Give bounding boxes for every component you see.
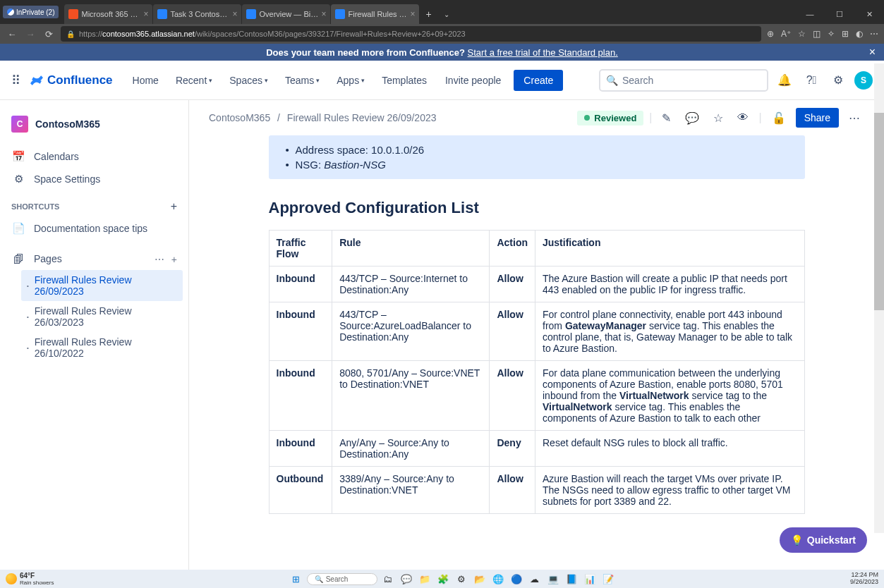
nav-apps[interactable]: Apps▾ <box>331 71 370 90</box>
tab-close-icon[interactable]: × <box>410 9 415 19</box>
table-row: Inbound8080, 5701/Any – Source:VNET to D… <box>269 361 804 431</box>
nav-recent[interactable]: Recent▾ <box>170 71 218 90</box>
page-status-badge[interactable]: Reviewed <box>577 111 643 125</box>
share-button[interactable]: Share <box>796 108 839 128</box>
pages-icon: 🗐 <box>11 253 25 265</box>
taskbar-app-icon[interactable]: 📂 <box>472 571 488 587</box>
profile-icon[interactable]: ◐ <box>856 29 863 39</box>
breadcrumb-space[interactable]: ContosoM365 <box>209 112 270 123</box>
page-header: ContosoM365 / Firewall Rules Review 26/0… <box>189 100 884 135</box>
taskbar-weather[interactable]: 64°FRain showers <box>6 572 54 586</box>
help-icon[interactable]: ?⃝ <box>801 74 822 87</box>
split-icon[interactable]: ◫ <box>813 29 821 39</box>
browser-refresh-icon[interactable]: ⟳ <box>42 29 55 39</box>
new-tab-button[interactable]: + <box>420 8 437 20</box>
search-input[interactable]: 🔍Search <box>599 69 768 92</box>
notifications-icon[interactable]: 🔔 <box>774 73 795 87</box>
sidebar-pages[interactable]: 🗐Pages ⋯+ <box>6 248 183 270</box>
taskbar-app-icon[interactable]: 📊 <box>582 571 598 587</box>
nav-teams[interactable]: Teams▾ <box>279 71 325 90</box>
taskbar-app-icon[interactable]: 🧩 <box>435 571 451 587</box>
browser-tab[interactable]: Task 3 Contoso M365 Firewall R× <box>153 4 241 24</box>
taskbar-search[interactable]: 🔍Search <box>307 573 377 585</box>
sidebar: C ContosoM365 📅Calendars ⚙Space Settings… <box>0 100 189 570</box>
table-header: Action <box>490 231 535 267</box>
scrollbar-track[interactable] <box>874 63 884 533</box>
taskbar-edge-icon[interactable]: 🌐 <box>490 571 506 587</box>
nav-home[interactable]: Home <box>127 71 164 90</box>
taskbar-app-icon[interactable]: 💬 <box>399 571 414 587</box>
breadcrumb-page[interactable]: Firewall Rules Review 26/09/2023 <box>287 112 437 123</box>
page-tree-item[interactable]: •Firewall Rules Review 26/10/2022 <box>21 332 183 363</box>
window-minimize-icon[interactable]: ― <box>795 4 825 24</box>
tab-close-icon[interactable]: × <box>232 9 237 19</box>
sidebar-shortcut-item[interactable]: 📄Documentation space tips <box>6 217 183 240</box>
taskbar-app-icon[interactable]: 📘 <box>564 571 579 587</box>
calendar-icon: 📅 <box>11 150 25 163</box>
tab-close-icon[interactable]: × <box>321 9 326 19</box>
confluence-logo-icon <box>29 73 44 88</box>
quickstart-button[interactable]: 💡Quickstart <box>780 527 867 553</box>
page-tree-item[interactable]: •Firewall Rules Review 26/03/2023 <box>21 301 183 332</box>
taskbar-app-icon[interactable]: 📝 <box>600 571 616 587</box>
browser-menu-icon[interactable]: ⋯ <box>870 29 878 39</box>
gear-icon: ⚙ <box>11 173 25 185</box>
page-more-icon[interactable]: ⋯ <box>844 111 864 125</box>
page-tree-item-active[interactable]: •Firewall Rules Review 26/09/2023 <box>21 270 183 301</box>
tab-close-icon[interactable]: × <box>143 9 148 19</box>
zoom-icon[interactable]: ⊕ <box>767 29 774 39</box>
scrollbar-thumb[interactable] <box>874 113 884 310</box>
breadcrumb: ContosoM365 / Firewall Rules Review 26/0… <box>209 112 437 123</box>
invite-people-button[interactable]: Invite people <box>438 71 508 90</box>
favorite-icon[interactable]: ☆ <box>798 29 806 39</box>
taskbar-app-icon[interactable]: 🔵 <box>509 571 524 587</box>
edit-icon[interactable]: ✎ <box>658 111 675 125</box>
inprivate-badge: InPrivate (2) <box>3 6 59 18</box>
browser-tab-strip: InPrivate (2) Microsoft 365 Certificatio… <box>0 0 884 24</box>
restrictions-icon[interactable]: 🔓 <box>768 111 790 125</box>
sidebar-calendars[interactable]: 📅Calendars <box>6 145 183 168</box>
confluence-header: ⠿ Confluence Home Recent▾ Spaces▾ Teams▾… <box>0 61 884 100</box>
star-icon[interactable]: ☆ <box>709 111 727 125</box>
config-table: Traffic Flow Rule Action Justification I… <box>269 230 805 514</box>
browser-tab[interactable]: Microsoft 365 Certification - Sec× <box>64 4 152 24</box>
url-input[interactable]: 🔒 https://contosom365.atlassian.net/wiki… <box>61 26 761 42</box>
taskbar-app-icon[interactable]: 🗂 <box>380 571 396 587</box>
taskbar-clock[interactable]: 12:24 PM 9/26/2023 <box>850 572 878 586</box>
add-shortcut-icon[interactable]: + <box>171 200 177 213</box>
browser-back-icon[interactable]: ← <box>6 29 18 39</box>
collections-icon[interactable]: ✧ <box>828 29 835 39</box>
banner-link[interactable]: Start a free trial of the Standard plan. <box>468 47 618 58</box>
watch-icon[interactable]: 👁 <box>733 111 753 124</box>
nav-templates[interactable]: Templates <box>376 71 432 90</box>
confluence-logo[interactable]: Confluence <box>29 73 113 88</box>
taskbar-app-icon[interactable]: 💻 <box>545 571 561 587</box>
search-icon: 🔍 <box>315 575 323 583</box>
create-button[interactable]: Create <box>514 70 563 91</box>
taskbar-app-icon[interactable]: ⚙ <box>454 571 469 587</box>
user-avatar[interactable]: S <box>854 71 873 90</box>
pages-add-icon[interactable]: + <box>171 254 177 265</box>
browser-tab[interactable]: Overview — Bitbucket× <box>242 4 330 24</box>
comment-icon[interactable]: 💬 <box>681 111 703 125</box>
taskbar-app-icon[interactable]: ☁ <box>527 571 543 587</box>
window-maximize-icon[interactable]: ☐ <box>825 4 854 24</box>
nav-spaces[interactable]: Spaces▾ <box>224 71 274 90</box>
space-icon: C <box>11 116 28 133</box>
start-icon[interactable]: ⊞ <box>289 571 304 587</box>
app-switcher-icon[interactable]: ⠿ <box>11 73 20 88</box>
weather-icon <box>6 573 17 584</box>
sidebar-space-settings[interactable]: ⚙Space Settings <box>6 168 183 190</box>
read-aloud-icon[interactable]: A⁺ <box>781 29 791 39</box>
browser-tab-active[interactable]: Firewall Rules Review 26/09/20× <box>331 4 419 24</box>
document-icon: 📄 <box>11 222 25 235</box>
tab-overflow-icon[interactable]: ⌄ <box>438 11 455 18</box>
taskbar-app-icon[interactable]: 📁 <box>417 571 432 587</box>
settings-icon[interactable]: ⚙ <box>828 73 849 87</box>
space-header[interactable]: C ContosoM365 <box>6 111 183 137</box>
window-close-icon[interactable]: ✕ <box>854 4 884 24</box>
lock-icon: 🔒 <box>66 30 75 38</box>
pages-more-icon[interactable]: ⋯ <box>155 254 164 265</box>
banner-close-icon[interactable]: × <box>869 46 876 59</box>
extensions-icon[interactable]: ⊞ <box>842 29 849 39</box>
